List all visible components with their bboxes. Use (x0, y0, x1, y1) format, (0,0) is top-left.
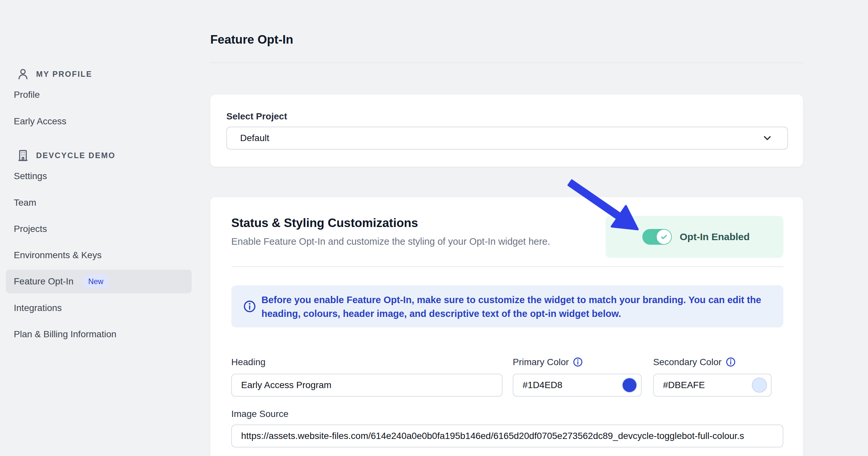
sidebar-caption: DEVCYCLE DEMO (36, 151, 116, 160)
section-title: Status & Styling Customizations (231, 216, 418, 231)
heading-label: Heading (231, 357, 266, 368)
sidebar-item-environments-keys[interactable]: Environments & Keys (14, 249, 102, 262)
page-title: Feature Opt-In (210, 33, 293, 47)
project-select-value: Default (240, 133, 269, 143)
title-divider (210, 62, 804, 63)
primary-color-swatch[interactable] (623, 378, 637, 392)
sidebar-caption: MY PROFILE (36, 69, 92, 79)
select-project-card: Select Project Default (210, 94, 803, 166)
project-select[interactable]: Default (226, 127, 788, 150)
sidebar-item-early-access[interactable]: Early Access (14, 115, 66, 128)
sidebar-item-label: Feature Opt-In (14, 275, 73, 288)
building-icon (17, 149, 30, 162)
info-icon[interactable] (725, 357, 736, 367)
select-project-label: Select Project (226, 111, 287, 122)
new-badge: New (82, 275, 110, 289)
sidebar-item-integrations[interactable]: Integrations (14, 302, 62, 314)
person-icon (17, 68, 30, 81)
section-divider (231, 266, 783, 267)
image-source-input[interactable] (231, 425, 783, 448)
info-icon[interactable] (573, 357, 583, 367)
toggle-label: Opt-In Enabled (680, 232, 750, 242)
info-icon (243, 300, 256, 313)
sidebar-item-team[interactable]: Team (14, 196, 36, 209)
sidebar-item-profile[interactable]: Profile (14, 89, 40, 101)
primary-color-label: Primary Color (513, 357, 583, 368)
secondary-color-swatch[interactable] (752, 378, 766, 392)
info-banner-line2: heading, colours, header image, and desc… (261, 307, 761, 321)
toggle-knob (657, 230, 671, 244)
check-icon (660, 233, 668, 241)
info-banner-line1: Before you enable Feature Opt-In, make s… (261, 293, 761, 307)
sidebar-section-devcycle-demo: DEVCYCLE DEMO (17, 149, 116, 162)
sidebar-item-feature-opt-in[interactable]: Feature Opt-In New (6, 270, 192, 293)
image-source-label: Image Source (231, 408, 288, 420)
sidebar-item-projects[interactable]: Projects (14, 223, 47, 235)
annotation-arrow (558, 174, 656, 240)
customizations-card: Status & Styling Customizations Enable F… (210, 197, 803, 456)
sidebar-section-my-profile: MY PROFILE (17, 68, 92, 81)
info-banner: Before you enable Feature Opt-In, make s… (231, 285, 783, 327)
secondary-color-label: Secondary Color (653, 357, 736, 368)
heading-input[interactable] (231, 374, 502, 397)
sidebar-item-settings[interactable]: Settings (14, 170, 47, 182)
section-subtitle: Enable Feature Opt-In and customize the … (231, 235, 550, 248)
chevron-down-icon (762, 132, 773, 144)
sidebar-item-plan-billing[interactable]: Plan & Billing Information (14, 328, 117, 340)
